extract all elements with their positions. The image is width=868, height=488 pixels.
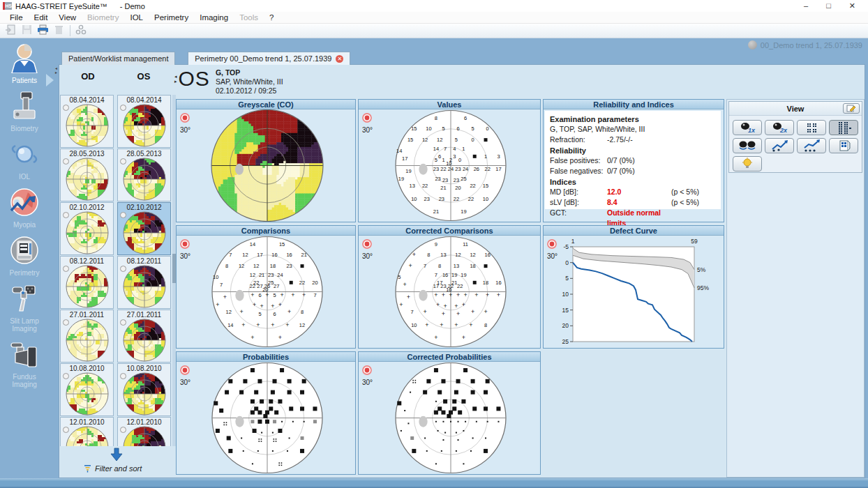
- exam-radio[interactable]: [63, 373, 69, 379]
- view-hint-button[interactable]: [733, 156, 762, 171]
- exam-thumbnail-od-27.01.2011[interactable]: 27.01.2011: [60, 310, 114, 363]
- chart-radio-button[interactable]: [180, 113, 190, 123]
- svg-text:12: 12: [226, 309, 232, 315]
- tab-patient-worklist[interactable]: Patient/Worklist management: [61, 52, 175, 65]
- exam-radio[interactable]: [63, 319, 69, 326]
- sidebar-item-biometry[interactable]: Biometry: [0, 91, 49, 132]
- view-report-icon: [830, 143, 858, 155]
- exam-radio[interactable]: [63, 105, 69, 111]
- view-trend-button[interactable]: [765, 138, 794, 153]
- svg-text:+: +: [449, 291, 452, 298]
- edit-view-button[interactable]: [843, 103, 860, 114]
- exam-thumbnail-os-28.05.2013[interactable]: 28.05.2013: [117, 148, 171, 201]
- exam-radio[interactable]: [120, 319, 126, 326]
- exam-radio[interactable]: [120, 212, 126, 218]
- exam-radio[interactable]: [120, 105, 126, 111]
- svg-text:+: +: [271, 321, 274, 328]
- menu-item-edit[interactable]: Edit: [29, 13, 54, 22]
- exam-radio[interactable]: [63, 427, 69, 433]
- chart-scale-control: 30°: [180, 239, 198, 260]
- menu-item-imaging[interactable]: Imaging: [194, 13, 234, 22]
- import-button: [3, 24, 18, 37]
- svg-text:1: 1: [571, 238, 575, 245]
- svg-text:+: +: [462, 334, 465, 341]
- reliability-row: False negatives:0/7 (0%): [550, 166, 716, 176]
- view-seven-charts-button[interactable]: [829, 120, 858, 135]
- menu-item-iol[interactable]: IOL: [124, 13, 149, 22]
- view-cluster-trend-button[interactable]: [797, 138, 826, 153]
- exam-thumbnail-os-10.08.2010[interactable]: 10.08.2010: [117, 363, 171, 416]
- svg-text:22: 22: [454, 196, 459, 202]
- chart-radio-button[interactable]: [180, 239, 190, 249]
- svg-text:8: 8: [438, 263, 441, 269]
- exam-radio[interactable]: [120, 266, 126, 272]
- close-button[interactable]: ✕: [849, 1, 855, 10]
- menu-item-view[interactable]: View: [53, 13, 82, 22]
- exam-radio[interactable]: [120, 373, 126, 379]
- exam-thumbnail-os-12.01.2010[interactable]: 12.01.2010: [117, 417, 171, 446]
- chart-radio-button[interactable]: [362, 365, 372, 375]
- exam-thumbnail-os-08.04.2014[interactable]: 08.04.2014: [117, 95, 171, 148]
- maximize-button[interactable]: □: [826, 1, 831, 10]
- reliability-label: sLV [dB]:: [550, 197, 607, 208]
- menu-item-perimetry[interactable]: Perimetry: [149, 13, 194, 22]
- exam-thumbnail-os-08.12.2011[interactable]: 08.12.2011: [117, 256, 171, 309]
- view-report-button[interactable]: [829, 138, 858, 153]
- svg-text:16: 16: [271, 252, 277, 258]
- exam-thumbnail-od-28.05.2013[interactable]: 28.05.2013: [60, 148, 114, 201]
- menu-item-file[interactable]: File: [4, 13, 29, 22]
- collapse-arrows[interactable]: ◂▸: [174, 74, 177, 96]
- chart-radio-button[interactable]: [180, 365, 190, 375]
- sidebar-item-fundus-imaging[interactable]: FundusImaging: [0, 339, 49, 388]
- exam-radio[interactable]: [120, 158, 126, 165]
- exam-thumbnail-os-02.10.2012[interactable]: 02.10.2012: [117, 202, 171, 255]
- sidebar-item-iol[interactable]: IOL: [0, 139, 49, 181]
- chart-scale-control: 30°: [362, 239, 380, 260]
- sidebar-item-myopia[interactable]: Myopia: [0, 187, 49, 229]
- exam-thumbnail-od-02.10.2012[interactable]: 02.10.2012: [60, 202, 114, 255]
- exam-radio[interactable]: [63, 158, 69, 165]
- window-title: HAAG-STREIT EyeSuite™: [15, 2, 107, 10]
- menu-bar: FileEditViewBiometryIOLPerimetryImagingT…: [0, 12, 868, 24]
- reliability-label: Refraction:: [550, 135, 607, 145]
- save-icon: [22, 24, 32, 38]
- scroll-down-arrow-icon[interactable]: [109, 447, 124, 465]
- filter-and-sort[interactable]: Filter and sort: [84, 464, 142, 473]
- exam-thumbnail-od-08.04.2014[interactable]: 08.04.2014: [60, 95, 114, 148]
- exam-thumbnail-od-12.01.2010[interactable]: 12.01.2010: [60, 417, 114, 446]
- svg-text:0: 0: [486, 125, 489, 132]
- svg-text:24: 24: [448, 166, 454, 172]
- view-2x-button[interactable]: 2x: [765, 120, 794, 135]
- splitter-toggle-left[interactable]: ◂▸: [55, 66, 57, 75]
- minimize-button[interactable]: –: [804, 1, 808, 10]
- chart-radio-button[interactable]: [547, 239, 557, 249]
- chart-radio-button[interactable]: [362, 239, 372, 249]
- exam-radio[interactable]: [120, 427, 126, 433]
- reliability-value: -2.75/-/-: [607, 135, 671, 145]
- view-1x-button[interactable]: 1x: [733, 120, 762, 135]
- chart-radio-button[interactable]: [362, 113, 372, 123]
- svg-text:12: 12: [242, 252, 248, 258]
- exam-thumbnail-os-27.01.2011[interactable]: 27.01.2011: [117, 310, 171, 363]
- reliability-extra: (p < 5%): [671, 197, 699, 208]
- exam-radio[interactable]: [63, 266, 69, 272]
- view-both-eyes-button[interactable]: [733, 138, 762, 153]
- sidebar-item-slit-lamp-imaging[interactable]: Slit LampImaging: [0, 283, 49, 333]
- exam-thumbnail-od-08.12.2011[interactable]: 08.12.2011: [60, 256, 114, 309]
- view-seven-charts-icon: [830, 125, 858, 137]
- tab-close-icon[interactable]: ✕: [336, 55, 343, 63]
- view-cluster-trend-icon: [798, 143, 825, 155]
- exam-thumbnail-od-10.08.2010[interactable]: 10.08.2010: [60, 363, 114, 416]
- sidebar-item-perimetry[interactable]: Perimetry: [0, 235, 49, 277]
- values-chart: 8615105650151212501474114176313512010232…: [359, 109, 540, 222]
- exam-row-02.10.2012: 02.10.201202.10.2012: [60, 202, 172, 256]
- print-button[interactable]: [35, 24, 50, 37]
- exam-radio[interactable]: [63, 212, 69, 218]
- svg-text:+: +: [280, 291, 283, 298]
- menu-item-?[interactable]: ?: [264, 13, 279, 22]
- sidebar-item-patients[interactable]: Patients: [0, 43, 49, 84]
- view-four-charts-button[interactable]: [797, 120, 826, 135]
- exam-eye-label: OS: [179, 67, 210, 96]
- sidebar-collapse-arrow[interactable]: [46, 74, 54, 86]
- tab-perimetry[interactable]: Perimetry 00_Demo trend 1, 25.07.1939✕: [188, 52, 350, 65]
